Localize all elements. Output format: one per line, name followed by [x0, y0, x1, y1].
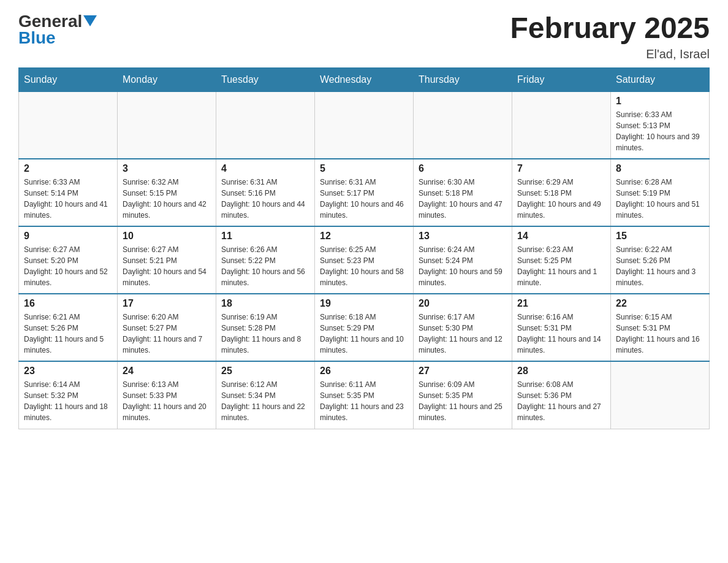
calendar-cell: 17Sunrise: 6:20 AM Sunset: 5:27 PM Dayli… [118, 294, 216, 361]
calendar-cell: 12Sunrise: 6:25 AM Sunset: 5:23 PM Dayli… [315, 226, 414, 294]
day-number: 3 [123, 163, 211, 174]
calendar-cell: 19Sunrise: 6:18 AM Sunset: 5:29 PM Dayli… [315, 294, 414, 361]
calendar-cell: 25Sunrise: 6:12 AM Sunset: 5:34 PM Dayli… [216, 361, 315, 429]
svg-marker-0 [83, 15, 97, 26]
calendar-cell: 1Sunrise: 6:33 AM Sunset: 5:13 PM Daylig… [611, 91, 710, 159]
day-number: 18 [221, 298, 309, 309]
calendar-cell: 26Sunrise: 6:11 AM Sunset: 5:35 PM Dayli… [315, 361, 414, 429]
day-info: Sunrise: 6:27 AM Sunset: 5:21 PM Dayligh… [123, 244, 211, 288]
day-info: Sunrise: 6:08 AM Sunset: 5:36 PM Dayligh… [517, 379, 605, 423]
calendar-cell: 10Sunrise: 6:27 AM Sunset: 5:21 PM Dayli… [118, 226, 216, 294]
day-info: Sunrise: 6:31 AM Sunset: 5:16 PM Dayligh… [221, 177, 309, 221]
day-info: Sunrise: 6:31 AM Sunset: 5:17 PM Dayligh… [320, 177, 408, 221]
day-info: Sunrise: 6:32 AM Sunset: 5:15 PM Dayligh… [123, 177, 211, 221]
day-info: Sunrise: 6:20 AM Sunset: 5:27 PM Dayligh… [123, 312, 211, 356]
calendar-week-1: 1Sunrise: 6:33 AM Sunset: 5:13 PM Daylig… [19, 91, 710, 159]
column-header-saturday: Saturday [611, 67, 710, 91]
calendar-table: SundayMondayTuesdayWednesdayThursdayFrid… [18, 67, 710, 429]
day-number: 6 [419, 163, 507, 174]
day-number: 1 [616, 96, 704, 107]
calendar-cell: 23Sunrise: 6:14 AM Sunset: 5:32 PM Dayli… [19, 361, 118, 429]
calendar-cell [118, 91, 216, 159]
day-number: 10 [123, 231, 211, 242]
calendar-cell: 21Sunrise: 6:16 AM Sunset: 5:31 PM Dayli… [512, 294, 611, 361]
calendar-week-4: 16Sunrise: 6:21 AM Sunset: 5:26 PM Dayli… [19, 294, 710, 361]
calendar-week-3: 9Sunrise: 6:27 AM Sunset: 5:20 PM Daylig… [19, 226, 710, 294]
calendar-cell [19, 91, 118, 159]
calendar-week-5: 23Sunrise: 6:14 AM Sunset: 5:32 PM Dayli… [19, 361, 710, 429]
calendar-cell: 18Sunrise: 6:19 AM Sunset: 5:28 PM Dayli… [216, 294, 315, 361]
calendar-cell: 11Sunrise: 6:26 AM Sunset: 5:22 PM Dayli… [216, 226, 315, 294]
day-info: Sunrise: 6:18 AM Sunset: 5:29 PM Dayligh… [320, 312, 408, 356]
calendar-cell: 14Sunrise: 6:23 AM Sunset: 5:25 PM Dayli… [512, 226, 611, 294]
day-info: Sunrise: 6:14 AM Sunset: 5:32 PM Dayligh… [24, 379, 112, 423]
day-number: 19 [320, 298, 408, 309]
day-info: Sunrise: 6:11 AM Sunset: 5:35 PM Dayligh… [320, 379, 408, 423]
day-info: Sunrise: 6:23 AM Sunset: 5:25 PM Dayligh… [517, 244, 605, 288]
day-info: Sunrise: 6:30 AM Sunset: 5:18 PM Dayligh… [419, 177, 507, 221]
title-section: February 2025 El'ad, Israel [510, 12, 710, 61]
calendar-cell: 9Sunrise: 6:27 AM Sunset: 5:20 PM Daylig… [19, 226, 118, 294]
day-info: Sunrise: 6:13 AM Sunset: 5:33 PM Dayligh… [123, 379, 211, 423]
day-number: 23 [24, 366, 112, 377]
month-title: February 2025 [510, 12, 710, 45]
column-header-wednesday: Wednesday [315, 67, 414, 91]
day-number: 16 [24, 298, 112, 309]
calendar-cell: 5Sunrise: 6:31 AM Sunset: 5:17 PM Daylig… [315, 159, 414, 226]
column-header-monday: Monday [118, 67, 216, 91]
day-number: 12 [320, 231, 408, 242]
calendar-cell: 2Sunrise: 6:33 AM Sunset: 5:14 PM Daylig… [19, 159, 118, 226]
day-info: Sunrise: 6:26 AM Sunset: 5:22 PM Dayligh… [221, 244, 309, 288]
day-info: Sunrise: 6:24 AM Sunset: 5:24 PM Dayligh… [419, 244, 507, 288]
day-info: Sunrise: 6:09 AM Sunset: 5:35 PM Dayligh… [419, 379, 507, 423]
day-info: Sunrise: 6:21 AM Sunset: 5:26 PM Dayligh… [24, 312, 112, 356]
day-number: 27 [419, 366, 507, 377]
day-number: 26 [320, 366, 408, 377]
day-number: 8 [616, 163, 704, 174]
day-number: 14 [517, 231, 605, 242]
day-info: Sunrise: 6:22 AM Sunset: 5:26 PM Dayligh… [616, 244, 704, 288]
calendar-cell: 20Sunrise: 6:17 AM Sunset: 5:30 PM Dayli… [414, 294, 512, 361]
day-info: Sunrise: 6:29 AM Sunset: 5:18 PM Dayligh… [517, 177, 605, 221]
day-info: Sunrise: 6:33 AM Sunset: 5:13 PM Dayligh… [616, 109, 704, 153]
day-number: 17 [123, 298, 211, 309]
day-info: Sunrise: 6:28 AM Sunset: 5:19 PM Dayligh… [616, 177, 704, 221]
day-number: 21 [517, 298, 605, 309]
day-number: 20 [419, 298, 507, 309]
calendar-cell: 24Sunrise: 6:13 AM Sunset: 5:33 PM Dayli… [118, 361, 216, 429]
day-number: 15 [616, 231, 704, 242]
calendar-cell: 28Sunrise: 6:08 AM Sunset: 5:36 PM Dayli… [512, 361, 611, 429]
calendar-cell: 8Sunrise: 6:28 AM Sunset: 5:19 PM Daylig… [611, 159, 710, 226]
page-header: General Blue February 2025 El'ad, Israel [18, 12, 710, 61]
day-info: Sunrise: 6:27 AM Sunset: 5:20 PM Dayligh… [24, 244, 112, 288]
calendar-cell [512, 91, 611, 159]
day-info: Sunrise: 6:16 AM Sunset: 5:31 PM Dayligh… [517, 312, 605, 356]
logo: General Blue [18, 12, 97, 48]
column-header-friday: Friday [512, 67, 611, 91]
day-number: 24 [123, 366, 211, 377]
column-header-thursday: Thursday [414, 67, 512, 91]
calendar-cell: 3Sunrise: 6:32 AM Sunset: 5:15 PM Daylig… [118, 159, 216, 226]
calendar-header-row: SundayMondayTuesdayWednesdayThursdayFrid… [19, 67, 710, 91]
column-header-sunday: Sunday [19, 67, 118, 91]
calendar-cell [315, 91, 414, 159]
calendar-cell: 16Sunrise: 6:21 AM Sunset: 5:26 PM Dayli… [19, 294, 118, 361]
calendar-cell: 27Sunrise: 6:09 AM Sunset: 5:35 PM Dayli… [414, 361, 512, 429]
calendar-cell [414, 91, 512, 159]
calendar-cell: 6Sunrise: 6:30 AM Sunset: 5:18 PM Daylig… [414, 159, 512, 226]
day-info: Sunrise: 6:19 AM Sunset: 5:28 PM Dayligh… [221, 312, 309, 356]
calendar-cell: 4Sunrise: 6:31 AM Sunset: 5:16 PM Daylig… [216, 159, 315, 226]
day-info: Sunrise: 6:17 AM Sunset: 5:30 PM Dayligh… [419, 312, 507, 356]
day-info: Sunrise: 6:33 AM Sunset: 5:14 PM Dayligh… [24, 177, 112, 221]
column-header-tuesday: Tuesday [216, 67, 315, 91]
day-info: Sunrise: 6:25 AM Sunset: 5:23 PM Dayligh… [320, 244, 408, 288]
calendar-week-2: 2Sunrise: 6:33 AM Sunset: 5:14 PM Daylig… [19, 159, 710, 226]
day-number: 5 [320, 163, 408, 174]
calendar-cell: 22Sunrise: 6:15 AM Sunset: 5:31 PM Dayli… [611, 294, 710, 361]
logo-blue-text: Blue [18, 29, 97, 48]
calendar-cell [216, 91, 315, 159]
day-number: 2 [24, 163, 112, 174]
calendar-cell [611, 361, 710, 429]
day-number: 4 [221, 163, 309, 174]
day-number: 9 [24, 231, 112, 242]
